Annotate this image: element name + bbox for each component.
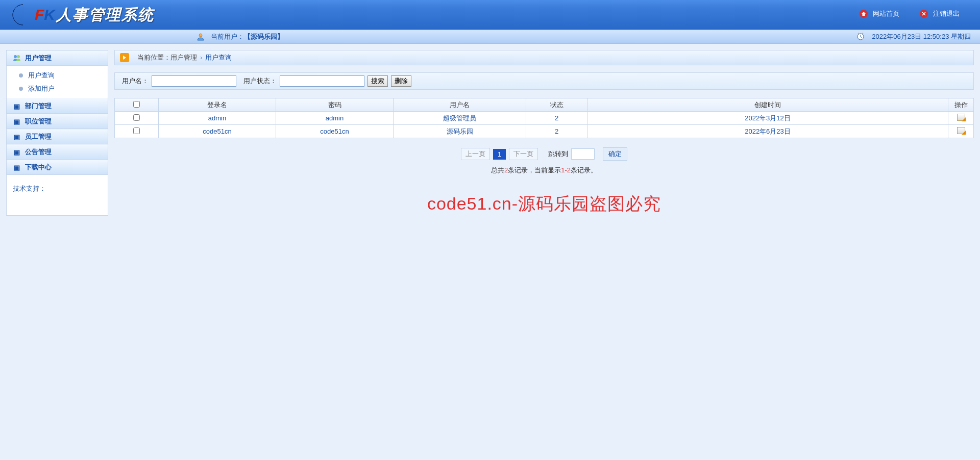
row-checkbox[interactable] [133, 127, 140, 134]
cell-username: 源码乐园 [394, 125, 526, 138]
sidebar-section-notice[interactable]: ▣ 公告管理 [7, 144, 108, 160]
breadcrumb-prefix: 当前位置： [137, 54, 170, 61]
status-label: 用户状态： [243, 76, 277, 86]
sidebar-section-dept[interactable]: ▣ 部门管理 [7, 98, 108, 114]
home-icon [860, 10, 868, 18]
next-page-button[interactable]: 下一页 [509, 148, 538, 160]
users-icon [13, 54, 21, 62]
record-summary: 总共2条记录，当前显示1-2条记录。 [114, 166, 974, 175]
edit-icon[interactable] [957, 127, 965, 134]
search-button[interactable]: 搜索 [368, 75, 388, 87]
bullet-icon [19, 73, 23, 78]
cell-status: 2 [526, 112, 587, 125]
table-row: code51cncode51cn源码乐园22022年6月23日 [115, 125, 974, 138]
play-icon: ▣ [13, 163, 21, 171]
close-icon [920, 10, 928, 18]
play-icon: ▣ [13, 102, 21, 110]
col-login: 登录名 [159, 98, 276, 112]
cell-password: admin [276, 112, 394, 125]
current-user-name: 【源码乐园】 [244, 33, 284, 40]
logout-link[interactable]: 注销退出 [920, 9, 960, 18]
select-all-checkbox[interactable] [133, 101, 140, 108]
col-created: 创建时间 [587, 98, 948, 112]
datetime-text: 2022年06月23日 12:50:23 星期四 [872, 32, 971, 41]
subheader: 当前用户：【源码乐园】 2022年06月23日 12:50:23 星期四 [0, 30, 980, 44]
logo: F K 人事管理系统 [8, 3, 154, 27]
sidebar-section-position[interactable]: ▣ 职位管理 [7, 114, 108, 129]
svg-point-3 [17, 55, 20, 58]
clock-icon [856, 32, 865, 42]
bullet-icon [19, 87, 23, 91]
sidebar-section-title: 公告管理 [25, 147, 52, 157]
table-row: adminadmin超级管理员22022年3月12日 [115, 112, 974, 125]
cell-created: 2022年6月23日 [587, 125, 948, 138]
sidebar: 用户管理 用户查询 添加用户 ▣ 部门管理 ▣ 职位管理 ▣ 员工管理 [6, 50, 108, 216]
cell-password: code51cn [276, 125, 394, 138]
user-table: 登录名 密码 用户名 状态 创建时间 操作 adminadmin超级管理员220… [114, 98, 974, 138]
play-icon: ▣ [13, 148, 21, 156]
svg-point-2 [14, 55, 17, 58]
breadcrumb-text: 当前位置：用户管理›用户查询 [137, 53, 232, 62]
breadcrumb-leaf: 用户查询 [205, 54, 232, 61]
record-mid: 条记录，当前显示 [508, 166, 561, 174]
cell-created: 2022年3月12日 [587, 112, 948, 125]
pagination: 上一页 1 下一页 跳转到 确定 [114, 147, 974, 161]
sidebar-section-title: 用户管理 [25, 54, 52, 63]
play-icon: ▣ [13, 133, 21, 141]
sidebar-section-title: 部门管理 [25, 101, 52, 111]
breadcrumb-separator: › [200, 54, 202, 61]
edit-icon[interactable] [957, 114, 965, 121]
sidebar-section-download[interactable]: ▣ 下载中心 [7, 160, 108, 175]
status-input[interactable] [280, 75, 364, 87]
cell-username: 超级管理员 [394, 112, 526, 125]
cell-status: 2 [526, 125, 587, 138]
record-range: 1-2 [561, 166, 571, 174]
sidebar-section-users[interactable]: 用户管理 [7, 50, 108, 66]
main-content: 当前位置：用户管理›用户查询 用户名： 用户状态： 搜索 删除 登录名 密码 用… [114, 50, 974, 216]
col-op: 操作 [948, 98, 974, 112]
sidebar-section-title: 员工管理 [25, 132, 52, 141]
cell-login: admin [159, 112, 276, 125]
arrow-right-icon [120, 53, 129, 62]
username-input[interactable] [152, 75, 236, 87]
user-icon [197, 33, 205, 41]
sidebar-item-label: 添加用户 [28, 84, 55, 93]
sidebar-item-label: 用户查询 [28, 71, 55, 80]
table-header-row: 登录名 密码 用户名 状态 创建时间 操作 [115, 98, 974, 112]
record-prefix: 总共 [491, 166, 504, 174]
jump-ok-button[interactable]: 确定 [603, 147, 627, 161]
tech-support-label: 技术支持： [7, 175, 108, 202]
col-status: 状态 [526, 98, 587, 112]
sidebar-item-user-query[interactable]: 用户查询 [7, 69, 108, 82]
prev-page-button[interactable]: 上一页 [461, 148, 490, 160]
logo-icon [8, 3, 32, 27]
sidebar-section-title: 职位管理 [25, 117, 52, 126]
logo-text: F K 人事管理系统 [35, 5, 154, 25]
app-header: F K 人事管理系统 网站首页 注销退出 [0, 0, 980, 30]
home-link[interactable]: 网站首页 [860, 9, 899, 18]
home-label: 网站首页 [873, 9, 899, 18]
breadcrumb-parent: 用户管理 [170, 54, 197, 61]
current-page: 1 [493, 149, 506, 160]
current-user-text: 当前用户：【源码乐园】 [211, 32, 284, 41]
cell-login: code51cn [159, 125, 276, 138]
username-label: 用户名： [122, 76, 149, 86]
jump-page-input[interactable] [571, 148, 595, 160]
col-username: 用户名 [394, 98, 526, 112]
search-bar: 用户名： 用户状态： 搜索 删除 [114, 72, 974, 90]
col-password: 密码 [276, 98, 394, 112]
svg-point-0 [199, 34, 202, 37]
record-suffix: 条记录。 [571, 166, 597, 174]
delete-button[interactable]: 删除 [391, 75, 411, 87]
breadcrumb: 当前位置：用户管理›用户查询 [114, 50, 974, 65]
sidebar-section-employee[interactable]: ▣ 员工管理 [7, 129, 108, 144]
sidebar-section-title: 下载中心 [25, 163, 52, 172]
sidebar-item-user-add[interactable]: 添加用户 [7, 82, 108, 95]
play-icon: ▣ [13, 117, 21, 125]
logout-label: 注销退出 [933, 9, 960, 18]
current-user-label: 当前用户： [211, 33, 244, 40]
watermark-text: code51.cn-源码乐园盗图必究 [114, 192, 974, 216]
system-title: 人事管理系统 [56, 5, 154, 25]
row-checkbox[interactable] [133, 114, 140, 121]
jump-label: 跳转到 [548, 149, 568, 159]
